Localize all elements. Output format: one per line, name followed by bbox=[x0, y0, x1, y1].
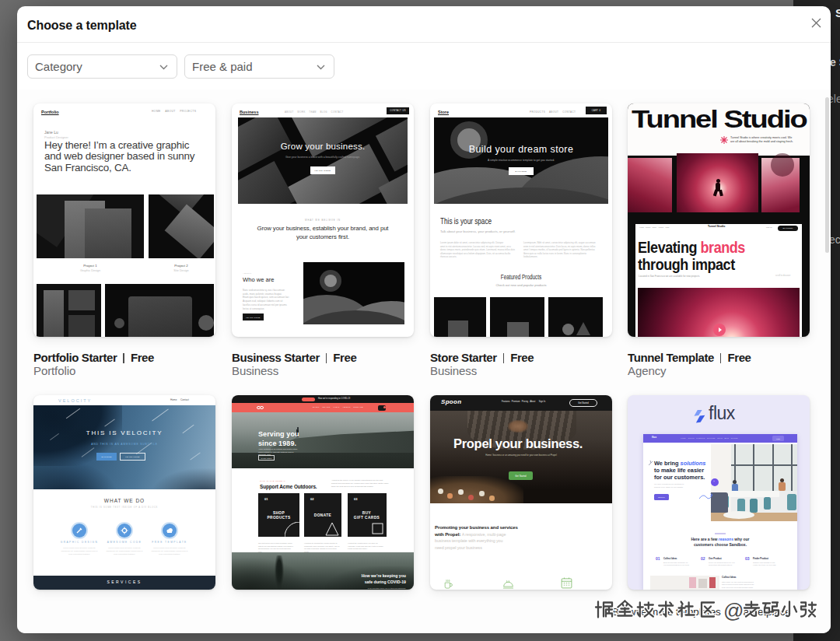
svg-text:@: @ bbox=[723, 599, 744, 622]
